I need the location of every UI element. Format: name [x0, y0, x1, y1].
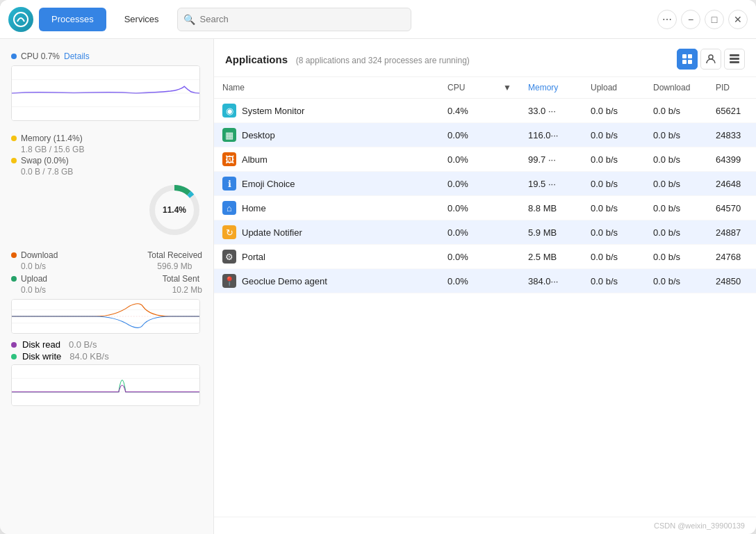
minimize-button[interactable]: − [681, 10, 700, 29]
disk-write-value: 84.0 KB/s [69, 351, 108, 362]
panel-header: Applications (8 applications and 324 pro… [214, 39, 756, 77]
app-upload: 0.0 b/s [582, 220, 645, 245]
close-button[interactable]: ✕ [728, 10, 748, 29]
net-row-ul: Upload 0.0 b/s Total Sent 10.2 Mb [11, 274, 202, 296]
total-sent-value: 10.2 Mb [172, 285, 202, 295]
app-cpu: 0.0% [439, 172, 495, 196]
cpu-label: CPU 0.7% Details [11, 51, 202, 61]
col-upload-header[interactable]: Upload [582, 77, 645, 99]
app-icon-sm: ↻ [222, 225, 236, 239]
table-row[interactable]: 🖼 Album 0.0% 99.7 ··· 0.0 b/s 0.0 b/s 64… [214, 147, 756, 172]
disk-read-dot [11, 342, 17, 348]
app-cell: ⌂ Home [222, 201, 431, 215]
app-upload: 0.0 b/s [582, 99, 645, 123]
swap-text: Swap (0.0%) [21, 156, 69, 165]
view-all-button[interactable] [677, 49, 698, 70]
app-download: 0.0 b/s [645, 220, 707, 245]
app-name: Update Notifier [242, 227, 302, 238]
app-cell: ↻ Update Notifier [222, 225, 431, 239]
memory-label: Memory (11.4%) [11, 134, 202, 143]
total-received-label: Total Received [147, 250, 202, 260]
memory-section: Memory (11.4%) 1.8 GB / 15.6 GB Swap (0.… [11, 134, 202, 238]
upload-label: Upload [11, 274, 47, 284]
download-label: Download [11, 250, 58, 260]
app-upload: 0.0 b/s [582, 123, 645, 147]
cpu-section: CPU 0.7% Details [11, 51, 202, 121]
app-pid: 24833 [707, 123, 756, 147]
apps-tbody: ◉ System Monitor 0.4% 33.0 ··· 0.0 b/s 0… [214, 99, 756, 293]
search-input[interactable] [177, 8, 412, 31]
table-row[interactable]: ℹ Emoji Choice 0.0% 19.5 ··· 0.0 b/s 0.0… [214, 172, 756, 196]
col-download-header[interactable]: Download [645, 77, 707, 99]
app-name: Album [242, 154, 268, 165]
disk-read-label: Disk read [22, 339, 60, 350]
disk-read-value: 0.0 B/s [69, 339, 97, 350]
col-cpu-header[interactable]: CPU [439, 77, 495, 99]
table-row[interactable]: ▦ Desktop 0.0% 116.0··· 0.0 b/s 0.0 b/s … [214, 123, 756, 147]
view-user-button[interactable] [700, 49, 721, 70]
table-row[interactable]: ⌂ Home 0.0% 8.8 MB 0.0 b/s 0.0 b/s 64570 [214, 196, 756, 220]
app-upload: 0.0 b/s [582, 269, 645, 293]
maximize-button[interactable]: □ [705, 10, 724, 29]
apps-table-wrap: Name CPU ▼ Memory Upload Download PID ◉ … [214, 77, 756, 517]
app-cpu: 0.0% [439, 245, 495, 269]
memory-donut: 11.4% [147, 182, 202, 238]
app-pid: 24850 [707, 269, 756, 293]
panel-subtitle: (8 applications and 324 processes are ru… [296, 56, 470, 65]
svg-point-0 [14, 13, 28, 26]
app-cpu: 0.4% [439, 99, 495, 123]
table-row[interactable]: 📍 Geoclue Demo agent 0.0% 384.0··· 0.0 b… [214, 269, 756, 293]
app-name: Portal [242, 252, 265, 262]
right-panel: Applications (8 applications and 324 pro… [214, 39, 756, 534]
svg-rect-12 [12, 365, 199, 405]
col-name-header[interactable]: Name [214, 77, 439, 99]
app-icon-sm: ⚙ [222, 250, 236, 264]
view-grid-button[interactable] [724, 49, 745, 70]
upload-text: Upload [21, 274, 47, 284]
col-pid-header[interactable]: PID [707, 77, 756, 99]
app-cell: ⚙ Portal [222, 250, 431, 264]
main-window: Processes Services 🔍 ⋯ − □ ✕ CPU 0.7% De… [0, 0, 756, 534]
app-name: Emoji Choice [242, 179, 295, 189]
tab-processes[interactable]: Processes [39, 8, 106, 31]
col-sort-arrow[interactable]: ▼ [495, 77, 520, 99]
network-graph [11, 299, 200, 334]
table-row[interactable]: ◉ System Monitor 0.4% 33.0 ··· 0.0 b/s 0… [214, 99, 756, 123]
window-controls: ⋯ − □ ✕ [657, 10, 748, 29]
app-name: Geoclue Demo agent [242, 276, 327, 286]
app-download: 0.0 b/s [645, 269, 707, 293]
upload-dot [11, 276, 17, 282]
app-upload: 0.0 b/s [582, 196, 645, 220]
disk-section: Disk read 0.0 B/s Disk write 84.0 KB/s [11, 339, 202, 406]
svg-rect-16 [688, 54, 692, 58]
app-download: 0.0 b/s [645, 196, 707, 220]
tab-services[interactable]: Services [112, 8, 172, 31]
memory-text: Memory (11.4%) [21, 134, 83, 143]
total-sent-label: Total Sent [163, 274, 202, 284]
swap-label: Swap (0.0%) [11, 156, 202, 165]
panel-title: Applications [225, 54, 288, 65]
app-pid: 24648 [707, 172, 756, 196]
sidebar: CPU 0.7% Details [0, 39, 214, 534]
search-icon: 🔍 [183, 14, 195, 25]
donut-percent: 11.4% [163, 205, 186, 215]
cpu-details-link[interactable]: Details [64, 51, 90, 61]
app-cell: ℹ Emoji Choice [222, 177, 431, 191]
app-download: 0.0 b/s [645, 172, 707, 196]
app-upload: 0.0 b/s [582, 147, 645, 172]
app-pid: 64399 [707, 147, 756, 172]
app-icon [8, 7, 33, 32]
col-memory-header[interactable]: Memory [520, 77, 582, 99]
app-pid: 24768 [707, 245, 756, 269]
app-download: 0.0 b/s [645, 147, 707, 172]
svg-rect-22 [730, 61, 739, 63]
app-cpu: 0.0% [439, 147, 495, 172]
download-value: 0.0 b/s [21, 261, 58, 271]
cpu-graph [11, 65, 200, 121]
table-row[interactable]: ↻ Update Notifier 0.0% 5.9 MB 0.0 b/s 0.… [214, 220, 756, 245]
more-button[interactable]: ⋯ [657, 10, 677, 29]
app-name: Desktop [242, 130, 275, 140]
app-download: 0.0 b/s [645, 123, 707, 147]
table-row[interactable]: ⚙ Portal 0.0% 2.5 MB 0.0 b/s 0.0 b/s 247… [214, 245, 756, 269]
app-name: System Monitor [242, 106, 304, 116]
